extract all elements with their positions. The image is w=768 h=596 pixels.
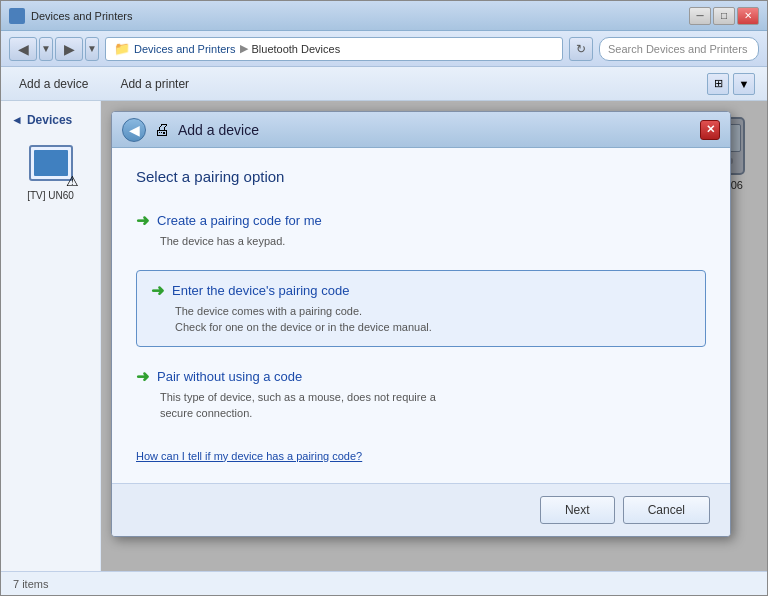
monitor-screen (34, 150, 68, 176)
dialog-heading: Select a pairing option (136, 168, 706, 185)
back-button[interactable]: ◀ (9, 37, 37, 61)
option1-arrow-icon: ➜ (136, 211, 149, 230)
dialog-body: Select a pairing option ➜ Create a pairi… (112, 148, 730, 483)
warning-badge-icon: ⚠ (66, 173, 79, 189)
breadcrumb-root[interactable]: Devices and Printers (134, 43, 236, 55)
option3-arrow-icon: ➜ (136, 367, 149, 386)
dialog-title-left: ◀ 🖨 Add a device (122, 118, 259, 142)
title-bar-left: Devices and Printers (9, 8, 133, 24)
view-dropdown-button[interactable]: ▼ (733, 73, 755, 95)
title-bar: Devices and Printers ─ □ ✕ (1, 1, 767, 31)
dialog-back-button[interactable]: ◀ (122, 118, 146, 142)
address-path[interactable]: 📁 Devices and Printers ▶ Bluetooth Devic… (105, 37, 563, 61)
view-options-button[interactable]: ⊞ (707, 73, 729, 95)
option2-arrow-icon: ➜ (151, 281, 164, 300)
dialog-title-icon: 🖨 (154, 121, 170, 139)
option-create-pairing-code[interactable]: ➜ Create a pairing code for me The devic… (136, 201, 706, 260)
tv-icon-wrap: ⚠ (27, 139, 75, 187)
option3-title: Pair without using a code (157, 369, 302, 384)
sidebar-devices-section: ◄ Devices (5, 109, 96, 131)
address-folder-icon: 📁 (114, 41, 130, 56)
toolbar-right: ⊞ ▼ (707, 73, 755, 95)
search-box[interactable]: Search Devices and Printers (599, 37, 759, 61)
window-frame: Devices and Printers ─ □ ✕ ◀ ▼ ▶ ▼ 📁 Dev… (0, 0, 768, 596)
option2-desc: The device comes with a pairing code.Che… (151, 303, 691, 336)
dialog-title-text: Add a device (178, 122, 259, 138)
forward-dropdown[interactable]: ▼ (85, 37, 99, 61)
address-bar: ◀ ▼ ▶ ▼ 📁 Devices and Printers ▶ Bluetoo… (1, 31, 767, 67)
next-button[interactable]: Next (540, 496, 615, 524)
main-content: ◄ Devices ⚠ [TV] UN60 (1, 101, 767, 571)
option3-desc: This type of device, such as a mouse, do… (136, 389, 692, 422)
toolbar: Add a device Add a printer ⊞ ▼ (1, 67, 767, 101)
sidebar: ◄ Devices ⚠ [TV] UN60 (1, 101, 101, 571)
option1-desc: The device has a keypad. (136, 233, 692, 250)
folder-icon (9, 8, 25, 24)
sidebar-device-tv[interactable]: ⚠ [TV] UN60 (5, 131, 96, 209)
dialog-title-bar: ◀ 🖨 Add a device ✕ (112, 112, 730, 148)
option1-title-row: ➜ Create a pairing code for me (136, 211, 692, 230)
add-device-toolbar-btn[interactable]: Add a device (13, 73, 94, 95)
title-controls: ─ □ ✕ (689, 7, 759, 25)
option-pair-no-code[interactable]: ➜ Pair without using a code This type of… (136, 357, 706, 432)
minimize-button[interactable]: ─ (689, 7, 711, 25)
add-device-dialog: ◀ 🖨 Add a device ✕ Select a pairing opti… (111, 111, 731, 537)
maximize-button[interactable]: □ (713, 7, 735, 25)
help-link[interactable]: How can I tell if my device has a pairin… (136, 450, 362, 462)
item-count: 7 items (13, 578, 48, 590)
option2-title: Enter the device's pairing code (172, 283, 349, 298)
back-dropdown[interactable]: ▼ (39, 37, 53, 61)
add-printer-toolbar-btn[interactable]: Add a printer (114, 73, 195, 95)
breadcrumb-separator: ▶ (240, 42, 248, 55)
option2-title-row: ➜ Enter the device's pairing code (151, 281, 691, 300)
status-bar: 7 items (1, 571, 767, 595)
dialog-footer: Next Cancel (112, 483, 730, 536)
tv-device-label: [TV] UN60 (27, 190, 74, 201)
breadcrumb-leaf: Bluetooth Devices (252, 43, 341, 55)
dialog-close-button[interactable]: ✕ (700, 120, 720, 140)
cancel-button[interactable]: Cancel (623, 496, 710, 524)
forward-button[interactable]: ▶ (55, 37, 83, 61)
option1-title: Create a pairing code for me (157, 213, 322, 228)
window-close-button[interactable]: ✕ (737, 7, 759, 25)
option3-title-row: ➜ Pair without using a code (136, 367, 692, 386)
search-placeholder: Search Devices and Printers (608, 43, 747, 55)
content-area: HC-06 ◀ 🖨 Add a device ✕ (101, 101, 767, 571)
option-enter-pairing-code[interactable]: ➜ Enter the device's pairing code The de… (136, 270, 706, 347)
refresh-button[interactable]: ↻ (569, 37, 593, 61)
sidebar-section-label: Devices (27, 113, 72, 127)
dialog-overlay: ◀ 🖨 Add a device ✕ Select a pairing opti… (101, 101, 767, 571)
nav-buttons: ◀ ▼ ▶ ▼ (9, 37, 99, 61)
sidebar-arrow-icon: ◄ (11, 113, 23, 127)
window-title: Devices and Printers (31, 10, 133, 22)
